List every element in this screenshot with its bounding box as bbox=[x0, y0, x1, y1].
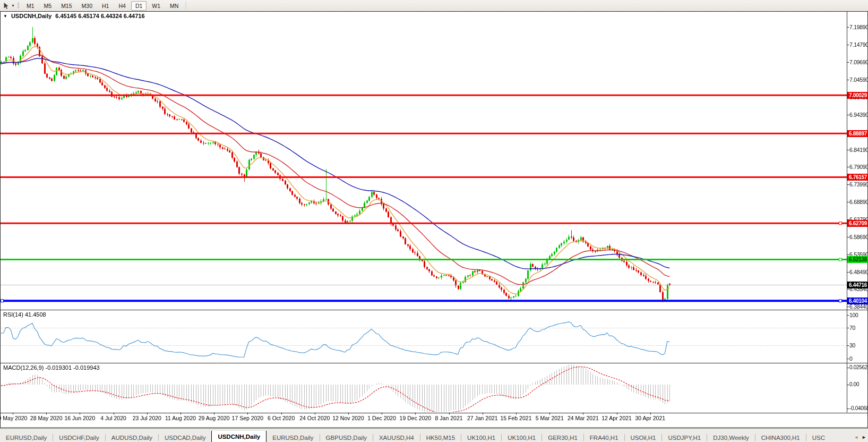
chart-canvas[interactable] bbox=[0, 0, 868, 442]
symbol-tab-dj30[interactable]: DJ30,Weekly bbox=[707, 432, 755, 442]
symbol-tab-uk100[interactable]: UK100,H1 bbox=[502, 432, 542, 442]
timeframe-toolbar: ▼ M1M5M15M30H1H4D1W1MN bbox=[0, 0, 868, 11]
price-line-tag[interactable]: 6.76157 bbox=[847, 174, 868, 181]
date-axis-label: 23 Jul 2020 bbox=[133, 415, 161, 421]
chart-tab-bar: EURUSD,DailyUSDCHF,DailyAUDUSD,DailyUSDC… bbox=[0, 428, 868, 442]
macd-indicator-label: MACD(12,26,9) -0.019301 -0.019943 bbox=[3, 364, 100, 371]
date-axis-label: 28 May 2020 bbox=[30, 415, 63, 421]
date-axis-label: 12 Nov 2020 bbox=[332, 415, 364, 421]
symbol-tab-fra40[interactable]: FRA40,H1 bbox=[584, 432, 624, 442]
date-axis-label: 1 Dec 2020 bbox=[367, 415, 396, 421]
toolbar-separator bbox=[186, 2, 187, 10]
price-tick: 7.09690 bbox=[849, 59, 867, 65]
timeframe-button-m30[interactable]: M30 bbox=[78, 1, 97, 11]
price-line-tag[interactable]: 6.44716 bbox=[847, 282, 868, 288]
rsi-scale-tick: 0 bbox=[849, 355, 867, 362]
symbol-tab-usdcnh[interactable]: USDCNH,Daily bbox=[211, 431, 267, 442]
timeframe-button-d1[interactable]: D1 bbox=[131, 1, 147, 11]
price-line-tag[interactable]: 6.40104 bbox=[847, 298, 868, 304]
timeframe-button-m15[interactable]: M15 bbox=[57, 1, 76, 11]
price-tick: 6.79090 bbox=[849, 164, 867, 170]
chart-cursor-icon[interactable] bbox=[2, 2, 11, 10]
date-axis-label: 5 Mar 2021 bbox=[536, 415, 564, 421]
symbol-tab-hk50[interactable]: HK50,M15 bbox=[420, 432, 461, 442]
symbol-tab-usdchf[interactable]: USDCHF,Daily bbox=[53, 432, 105, 442]
date-axis-label: 9 May 2020 bbox=[0, 415, 27, 421]
rsi-scale-tick: 100 bbox=[849, 312, 867, 318]
symbol-tab-xauusd[interactable]: XAUUSD,H4 bbox=[373, 432, 420, 442]
price-tick: 6.73990 bbox=[849, 181, 867, 188]
tabs-scroll-left-icon[interactable]: ◄ bbox=[854, 435, 858, 440]
macd-scale-tick: 0.00 bbox=[849, 381, 867, 388]
symbol-tab-china300[interactable]: CHINA300,H1 bbox=[755, 432, 806, 442]
date-axis-label: 24 Oct 2020 bbox=[299, 415, 330, 421]
chart-ohlc-values: 6.45145 6.45174 6.44324 6.44716 bbox=[55, 13, 144, 19]
price-line-tag[interactable]: 6.62709 bbox=[847, 220, 868, 227]
timeframe-button-h1[interactable]: H1 bbox=[98, 1, 113, 11]
price-tick: 6.68890 bbox=[849, 199, 867, 205]
price-tick: 6.48490 bbox=[849, 269, 867, 275]
price-tick: 6.38440 bbox=[849, 303, 867, 310]
symbol-tab-usoil[interactable]: USOil,H1 bbox=[625, 432, 662, 442]
toolbar-grip bbox=[18, 3, 19, 9]
price-line-tag[interactable]: 7.00029 bbox=[847, 92, 868, 99]
date-axis-label: 19 Dec 2020 bbox=[400, 415, 432, 421]
date-axis-label: 12 Apr 2021 bbox=[601, 415, 632, 421]
tabs-scroll-right-icon[interactable]: ► bbox=[862, 435, 866, 440]
timeframe-button-m1[interactable]: M1 bbox=[22, 1, 39, 11]
date-axis-label: 24 Mar 2021 bbox=[568, 415, 599, 421]
price-tick: 6.94390 bbox=[849, 112, 867, 118]
price-line-tag[interactable]: 6.88897 bbox=[847, 130, 868, 137]
date-axis-label: 16 Jun 2020 bbox=[64, 415, 95, 421]
date-axis-label: 27 Jan 2021 bbox=[467, 415, 498, 421]
date-axis-label: 29 Aug 2020 bbox=[199, 415, 230, 421]
chart-cursor-dropdown-icon[interactable]: ▼ bbox=[11, 4, 15, 7]
chart-tabs: EURUSD,DailyUSDCHF,DailyAUDUSD,DailyUSDC… bbox=[0, 431, 854, 442]
date-axis-label: 4 Jul 2020 bbox=[100, 415, 126, 421]
rsi-indicator-label: RSI(14) 41.4508 bbox=[3, 311, 46, 318]
date-axis-label: 30 Apr 2021 bbox=[635, 415, 665, 421]
chart-title: ▼ USDCNH,Daily 6.45145 6.45174 6.44324 6… bbox=[3, 13, 145, 19]
symbol-tab-ger30[interactable]: GER30,H1 bbox=[542, 432, 583, 442]
price-tick: 7.19890 bbox=[849, 24, 867, 30]
chart-symbol-label: USDCNH,Daily bbox=[11, 13, 51, 19]
rsi-scale-tick: 70 bbox=[849, 325, 867, 331]
timeframe-button-h4[interactable]: H4 bbox=[114, 1, 130, 11]
trading-platform-window: ▼ M1M5M15M30H1H4D1W1MN ▼ USDCNH,Daily 6.… bbox=[0, 0, 868, 442]
price-line-tag[interactable]: 6.52138 bbox=[847, 256, 868, 263]
symbol-tab-usc[interactable]: USC bbox=[806, 432, 831, 442]
price-tick: 7.04590 bbox=[849, 76, 867, 83]
symbol-tab-gbpusd[interactable]: GBPUSD,Daily bbox=[320, 432, 373, 442]
collapse-triangle-icon[interactable]: ▼ bbox=[3, 14, 7, 19]
symbol-tab-usdjpy[interactable]: USDJPY,H1 bbox=[662, 432, 707, 442]
date-axis-label: 6 Oct 2020 bbox=[268, 415, 295, 421]
date-axis-label: 15 Feb 2021 bbox=[501, 415, 532, 421]
price-tick: 7.14790 bbox=[849, 41, 867, 48]
price-tick: 6.84190 bbox=[849, 147, 867, 153]
timeframe-button-mn[interactable]: MN bbox=[166, 1, 183, 11]
timeframe-buttons: M1M5M15M30H1H4D1W1MN bbox=[22, 1, 183, 11]
price-tick: 6.58690 bbox=[849, 234, 867, 240]
symbol-tab-eurusd[interactable]: EURUSD,Daily bbox=[0, 432, 53, 442]
symbol-tab-uk100[interactable]: UK100,H1 bbox=[461, 432, 501, 442]
timeframe-button-w1[interactable]: W1 bbox=[148, 1, 165, 11]
date-axis-label: 11 Aug 2020 bbox=[165, 415, 196, 421]
date-axis-label: 17 Sep 2020 bbox=[232, 415, 264, 421]
symbol-tab-usdcad[interactable]: USDCAD,Daily bbox=[159, 432, 211, 442]
symbol-tab-audusd[interactable]: AUDUSD,Daily bbox=[106, 432, 158, 442]
symbol-tab-eurusd[interactable]: EURUSD,Daily bbox=[267, 432, 319, 442]
macd-scale-tick: -0.040687 bbox=[849, 405, 867, 412]
timeframe-button-m5[interactable]: M5 bbox=[40, 1, 56, 11]
rsi-scale-tick: 30 bbox=[849, 342, 867, 348]
date-axis-label: 8 Jan 2021 bbox=[435, 415, 463, 421]
macd-scale-tick: 0.025623 bbox=[849, 364, 867, 371]
